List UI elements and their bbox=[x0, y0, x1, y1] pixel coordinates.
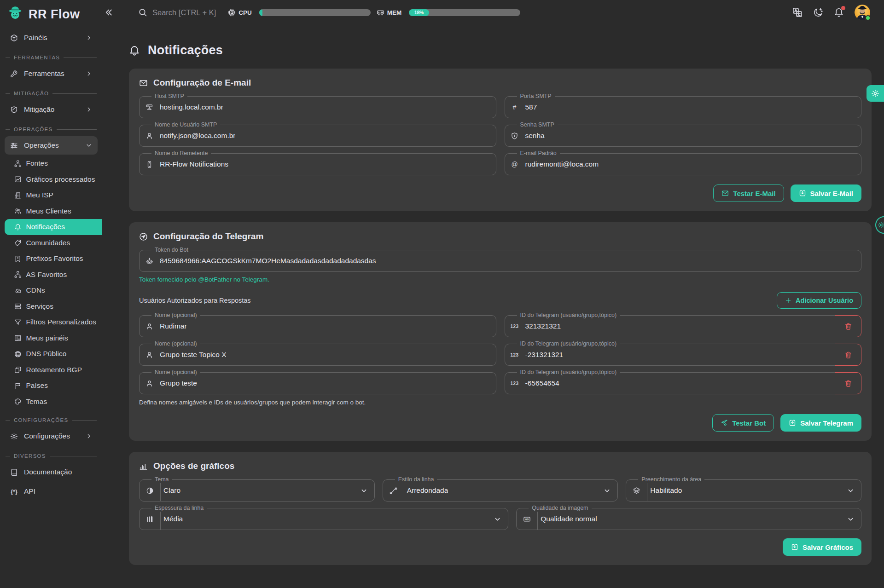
bot-help-text: Defina nomes amigáveis e IDs de usuários… bbox=[139, 399, 861, 406]
cloud-icon bbox=[14, 287, 22, 294]
botfather-link[interactable]: @BotFather bbox=[198, 276, 232, 283]
save-telegram-button[interactable]: Salvar Telegram bbox=[780, 414, 861, 432]
telegram-user-row: Nome (opcional)Grupo testeID do Telegram… bbox=[139, 372, 861, 394]
chart-options-card: Opções de gráficos TemaClaroEstilo da li… bbox=[129, 452, 872, 565]
add-user-button[interactable]: Adicionar Usuário bbox=[777, 292, 861, 309]
field-value: notify.json@loca.com.br bbox=[159, 132, 235, 140]
sidebar-item-meus-clientes[interactable]: Meus Clientes bbox=[5, 203, 102, 219]
delete-user-button-3[interactable] bbox=[835, 372, 861, 394]
sidebar-item-servicos[interactable]: Serviços bbox=[5, 299, 102, 315]
notification-badge bbox=[841, 6, 845, 10]
sidebar-item-comunidades[interactable]: Comunidades bbox=[5, 235, 102, 251]
select-qualidade-da-imagem[interactable]: Qualidade da imagemQualidade normal bbox=[516, 508, 861, 530]
layers-icon bbox=[633, 487, 640, 495]
sidebar-item-paises[interactable]: Países bbox=[5, 378, 102, 394]
dark-mode-button[interactable] bbox=[813, 7, 823, 17]
delete-user-button-1[interactable] bbox=[835, 315, 861, 337]
email-field-nome-do-remetente[interactable]: Nome do RemetenteRR-Flow Notifications bbox=[139, 153, 496, 175]
page-title: Notificações bbox=[148, 43, 223, 58]
field-label: ID do Telegram (usuário/grupo,tópico) bbox=[517, 340, 620, 347]
field-value: Claro bbox=[163, 486, 180, 495]
chev-down-icon bbox=[847, 487, 854, 494]
translate-button[interactable] bbox=[792, 7, 803, 17]
field-value: hosting.local.com.br bbox=[159, 103, 223, 111]
bgp-icon bbox=[14, 366, 22, 374]
sidebar-item-documentacao[interactable]: Documentação bbox=[5, 463, 98, 481]
user-avatar[interactable] bbox=[855, 5, 870, 20]
field-label: Porta SMTP bbox=[517, 93, 555, 100]
telegram-user-row: Nome (opcional)Grupo teste Topico XID do… bbox=[139, 344, 861, 366]
envelope-icon bbox=[721, 190, 729, 197]
delete-user-button-2[interactable] bbox=[835, 344, 861, 366]
contrast-icon bbox=[146, 487, 154, 495]
chevron-down-icon bbox=[604, 487, 611, 494]
sidebar-item-label: DNS Público bbox=[26, 350, 67, 358]
sidebar-collapse-button[interactable] bbox=[103, 7, 114, 18]
telegram-icon bbox=[139, 232, 148, 241]
sidebar-item-configuracoes[interactable]: Configurações bbox=[5, 427, 98, 445]
user-id-field-3[interactable]: ID do Telegram (usuário/grupo,tópico)123… bbox=[505, 372, 836, 394]
user-name-field-3[interactable]: Nome (opcional)Grupo teste bbox=[139, 372, 496, 394]
send-icon bbox=[721, 419, 728, 427]
sidebar-item-api[interactable]: {*}API bbox=[5, 482, 98, 501]
field-label: Senha SMTP bbox=[517, 121, 558, 128]
sidebar-item-temas[interactable]: Temas bbox=[5, 394, 102, 410]
notifications-button[interactable] bbox=[834, 7, 844, 17]
hash-icon: # bbox=[505, 104, 524, 111]
trash-icon bbox=[844, 380, 852, 387]
sidebar-item-label: Configurações bbox=[24, 432, 70, 440]
select-espessura-da-linha[interactable]: Espessura da linhaMédia bbox=[139, 508, 508, 530]
sidebar-item-filtros-personalizados[interactable]: Filtros Personalizados bbox=[5, 314, 102, 330]
user-name-field-2[interactable]: Nome (opcional)Grupo teste Topico X bbox=[139, 344, 496, 366]
sidebar-item-cdns[interactable]: CDNs bbox=[5, 282, 102, 299]
sidebar-item-notificacoes[interactable]: Notificações bbox=[5, 219, 102, 235]
mem-label: MEM bbox=[387, 9, 402, 16]
field-value: Habilitado bbox=[649, 486, 682, 495]
sidebar-item-label: Notificações bbox=[26, 223, 65, 231]
sidebar-item-dns-publico[interactable]: DNS Público bbox=[5, 346, 102, 362]
sidebar-item-meu-isp[interactable]: Meu ISP bbox=[5, 187, 102, 203]
plus-icon bbox=[785, 297, 791, 304]
sidebar-item-fontes[interactable]: Fontes bbox=[5, 156, 102, 172]
sidebar-item-paineis[interactable]: Painéis bbox=[5, 29, 98, 47]
sidebar-item-meus-paineis[interactable]: Meus painéis bbox=[5, 330, 102, 346]
sidebar-item-ferramentas[interactable]: Ferramentas bbox=[5, 64, 98, 83]
bot-token-field[interactable]: Token do Bot8459684966:AAGCOGSkKm7MO2HeM… bbox=[139, 250, 861, 272]
bookmark-icon bbox=[14, 255, 22, 263]
page-bell-icon bbox=[129, 45, 140, 56]
user-id-field-1[interactable]: ID do Telegram (usuário/grupo,tópico)123… bbox=[505, 315, 836, 337]
select-preenchimento-da-area[interactable]: Preenchimento da áreaHabilitado bbox=[626, 479, 861, 502]
user-icon bbox=[145, 351, 153, 359]
user-id-field-2[interactable]: ID do Telegram (usuário/grupo,tópico)123… bbox=[505, 344, 836, 366]
test-email-button[interactable]: Testar E-Mail bbox=[713, 184, 784, 202]
moon-icon bbox=[813, 7, 823, 17]
chart-card-header: Opções de gráficos bbox=[139, 461, 861, 471]
select-estilo-da-linha[interactable]: Estilo da linhaArredondada bbox=[383, 479, 618, 502]
sitemap-icon bbox=[14, 160, 22, 167]
authorized-users-header: Usuários Autorizados para Respostas Adic… bbox=[139, 292, 861, 309]
email-field-nome-de-usuario-smtp[interactable]: Nome de Usuário SMTPnotify.json@loca.com… bbox=[139, 125, 496, 147]
email-field-e-mail-padrao[interactable]: E-mail Padrão@rudiremontti@loca.com bbox=[505, 153, 862, 175]
test-bot-button[interactable]: Testar Bot bbox=[712, 414, 774, 432]
sidebar-item-operacoes[interactable]: Operações bbox=[5, 136, 98, 155]
quick-settings-button[interactable] bbox=[867, 85, 884, 102]
select-tema[interactable]: TemaClaro bbox=[139, 479, 375, 502]
email-field-host-smtp[interactable]: Host SMTPhosting.local.com.br bbox=[139, 96, 496, 118]
authorized-users-label: Usuários Autorizados para Respostas bbox=[139, 297, 251, 304]
email-field-senha-smtp[interactable]: Senha SMTPsenha bbox=[505, 125, 862, 147]
field-label: Nome de Usuário SMTP bbox=[151, 121, 220, 128]
email-field-porta-smtp[interactable]: Porta SMTP#587 bbox=[505, 96, 862, 118]
flag-icon bbox=[14, 382, 22, 390]
sidebar-item-mitigacao[interactable]: Mitigação bbox=[5, 100, 98, 119]
field-value: Rudimar bbox=[159, 322, 187, 330]
email-buttons-row: Testar E-Mail Salvar E-Mail bbox=[139, 184, 861, 202]
save-email-button[interactable]: Salvar E-Mail bbox=[791, 184, 861, 202]
sidebar-item-graficos-processados[interactable]: Gráficos processados bbox=[5, 172, 102, 188]
shield-icon bbox=[10, 106, 18, 114]
save-charts-button[interactable]: Salvar Gráficos bbox=[783, 538, 861, 556]
sidebar-item-as-favoritos[interactable]: AS Favoritos bbox=[5, 267, 102, 283]
user-name-field-1[interactable]: Nome (opcional)Rudimar bbox=[139, 315, 496, 337]
sidebar-item-roteamento-bgp[interactable]: Roteamento BGP bbox=[5, 362, 102, 378]
sidebar-item-prefixos-favoritos[interactable]: Prefixos Favoritos bbox=[5, 251, 102, 267]
search-input[interactable]: Search [CTRL + K] bbox=[138, 8, 216, 17]
